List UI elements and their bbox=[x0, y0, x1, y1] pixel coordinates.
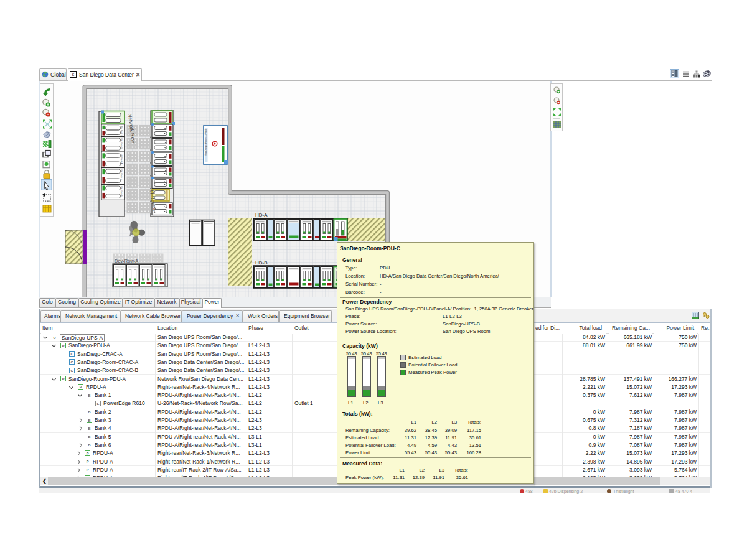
svg-text:HD-B: HD-B bbox=[255, 260, 268, 266]
svg-text:Dev-Row-A: Dev-Row-A bbox=[115, 258, 138, 264]
svg-text:HD-A: HD-A bbox=[255, 212, 268, 218]
svg-text:Net-Rack 2: Net-Rack 2 bbox=[120, 126, 123, 136]
svg-text:Net-Rack 6: Net-Rack 6 bbox=[120, 187, 123, 197]
svg-text:SanDiego-Room-UPS-B: SanDiego-Room-UPS-B bbox=[204, 129, 207, 156]
svg-text:Net-Rack 5: Net-Rack 5 bbox=[120, 170, 123, 180]
svg-text:Net-Rack 4: Net-Rack 4 bbox=[120, 154, 123, 164]
svg-text:Net-Rack 3: Net-Rack 3 bbox=[120, 139, 123, 149]
